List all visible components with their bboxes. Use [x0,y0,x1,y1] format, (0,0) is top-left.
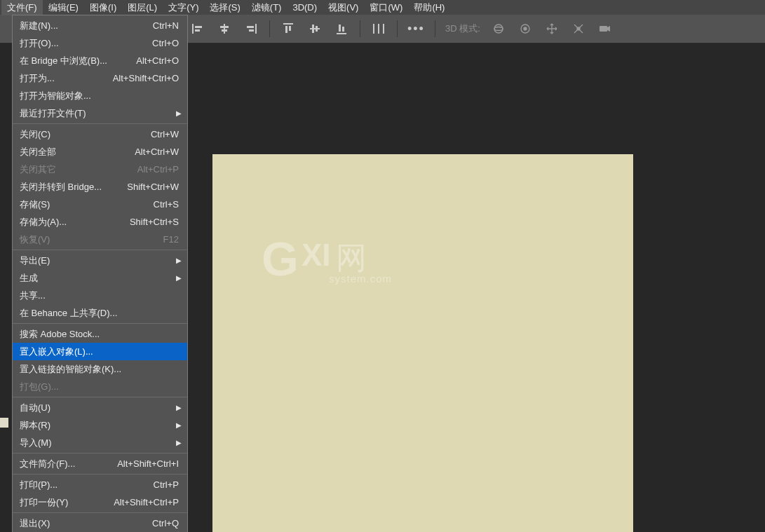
menu-item[interactable]: 生成▶ [13,269,187,287]
3d-slide-icon[interactable] [570,20,587,37]
separator [360,20,360,37]
svg-rect-0 [192,24,194,34]
menu-9[interactable]: 窗口(W) [364,0,408,15]
menu-item: 关闭其它Alt+Ctrl+P [13,161,187,178]
align-center-h-icon[interactable] [216,20,233,37]
svg-rect-16 [339,25,341,32]
menubar: 文件(F)编辑(E)图像(I)图层(L)文字(Y)选择(S)滤镜(T)3D(D)… [0,0,765,15]
svg-rect-11 [289,26,291,31]
menu-item-label: 生成 [20,272,38,285]
menu-item-label: 关闭其它 [20,163,56,176]
svg-rect-9 [283,23,293,25]
menu-1[interactable]: 编辑(E) [43,0,84,15]
menu-item[interactable]: 关闭并转到 Bridge...Shift+Ctrl+W [13,178,187,196]
svg-rect-13 [312,25,314,33]
mode-label: 3D 模式: [445,22,480,35]
menu-item[interactable]: 打开为智能对象... [13,87,187,104]
menu-item[interactable]: 导出(E)▶ [13,252,187,269]
menu-item-label: 导入(M) [20,437,52,449]
svg-rect-10 [285,26,287,33]
menu-item[interactable]: 存储为(A)...Shift+Ctrl+S [13,213,187,231]
menu-item-label: 自动(U) [20,402,50,414]
menu-item[interactable]: 退出(X)Ctrl+Q [13,514,187,532]
menu-item[interactable]: 打开为...Alt+Shift+Ctrl+O [13,69,187,87]
menu-item-shortcut: Alt+Ctrl+O [136,55,179,66]
menu-8[interactable]: 视图(V) [323,0,364,15]
menu-4[interactable]: 文字(Y) [163,0,204,15]
menu-item-label: 恢复(V) [20,233,50,246]
menu-7[interactable]: 3D(D) [287,1,323,14]
3d-pan-icon[interactable] [543,20,560,37]
menu-item[interactable]: 在 Bridge 中浏览(B)...Alt+Ctrl+O [13,52,187,69]
watermark-g: G [262,235,299,282]
menu-item-shortcut: F12 [163,234,179,245]
more-icon[interactable]: ••• [407,22,425,36]
submenu-arrow-icon: ▶ [176,421,182,429]
menu-item-shortcut: Ctrl+Q [152,518,179,528]
3d-camera-icon[interactable] [597,20,614,37]
submenu-arrow-icon: ▶ [176,274,182,282]
menu-item-label: 置入链接的智能对象(K)... [20,363,121,376]
menu-item-label: 打开(O)... [20,37,59,50]
menu-item[interactable]: 在 Behance 上共享(D)... [13,304,187,322]
svg-rect-8 [249,29,254,32]
menu-0[interactable]: 文件(F) [1,0,43,15]
menu-item-label: 导出(E) [20,254,50,267]
menu-item[interactable]: 打印(P)...Ctrl+P [13,476,187,493]
menu-item-label: 打开为智能对象... [20,90,91,102]
menu-item-shortcut: Ctrl+W [151,129,179,139]
menu-item[interactable]: 存储(S)Ctrl+S [13,196,187,213]
menu-item[interactable]: 最近打开文件(T)▶ [13,104,187,122]
menu-5[interactable]: 选择(S) [204,0,245,15]
menu-item[interactable]: 关闭全部Alt+Ctrl+W [13,143,187,161]
align-top-icon[interactable] [280,20,297,37]
menu-item[interactable]: 新建(N)...Ctrl+N [13,17,187,34]
submenu-arrow-icon: ▶ [176,109,182,117]
menu-item-shortcut: Alt+Shift+Ctrl+P [114,497,179,507]
menu-item[interactable]: 置入链接的智能对象(K)... [13,360,187,378]
menu-item[interactable]: 置入嵌入对象(L)... [13,343,187,360]
menu-item-label: 置入嵌入对象(L)... [20,346,93,358]
align-center-v-icon[interactable] [306,20,323,37]
menu-6[interactable]: 滤镜(T) [246,0,287,15]
menu-item-shortcut: Alt+Shift+Ctrl+O [113,73,179,83]
distribute-icon[interactable] [370,20,387,37]
menu-item[interactable]: 打印一份(Y)Alt+Shift+Ctrl+P [13,493,187,511]
menu-item[interactable]: 打开(O)...Ctrl+O [13,34,187,52]
watermark-xi: XI [302,238,331,273]
menu-item[interactable]: 关闭(C)Ctrl+W [13,125,187,143]
3d-roll-icon[interactable] [517,20,534,37]
menu-10[interactable]: 帮助(H) [408,0,450,15]
align-left-icon[interactable] [189,20,206,37]
menu-item-label: 在 Behance 上共享(D)... [20,307,117,320]
svg-rect-17 [342,27,344,32]
menu-item[interactable]: 自动(U)▶ [13,399,187,416]
menu-item[interactable]: 导入(M)▶ [13,434,187,451]
svg-rect-7 [247,26,254,28]
separator [397,20,398,37]
separator [435,20,435,37]
submenu-arrow-icon: ▶ [176,404,182,411]
menu-item[interactable]: 搜索 Adobe Stock... [13,325,187,343]
svg-rect-5 [222,29,227,32]
menu-item: 恢复(V)F12 [13,231,187,248]
menu-2[interactable]: 图像(I) [84,0,122,15]
3d-orbit-icon[interactable] [490,20,507,37]
svg-rect-12 [310,28,320,29]
watermark-sub: system.com [329,273,392,285]
menu-item-label: 退出(X) [20,517,50,530]
submenu-arrow-icon: ▶ [176,439,182,446]
menu-item-shortcut: Ctrl+O [152,38,179,48]
menu-item[interactable]: 文件简介(F)...Alt+Shift+Ctrl+I [13,455,187,472]
canvas[interactable]: G XI 网 system.com [212,154,633,532]
menu-3[interactable]: 图层(L) [122,0,163,15]
menu-item[interactable]: 脚本(R)▶ [13,416,187,434]
menu-item-label: 最近打开文件(T) [20,107,86,120]
file-menu-dropdown: 新建(N)...Ctrl+N打开(O)...Ctrl+O在 Bridge 中浏览… [12,15,188,532]
svg-point-24 [524,27,527,30]
align-right-icon[interactable] [243,20,259,37]
svg-rect-20 [383,24,384,34]
align-bottom-icon[interactable] [333,20,350,37]
menu-item[interactable]: 共享... [13,287,187,304]
menu-item-label: 新建(N)... [20,20,58,32]
